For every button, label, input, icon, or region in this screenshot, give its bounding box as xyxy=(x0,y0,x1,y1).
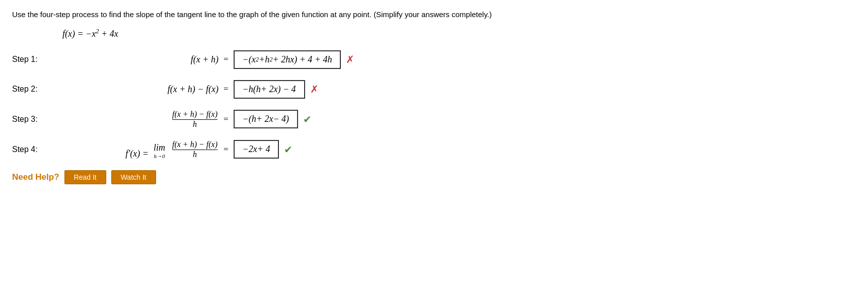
step-3-answer-box: −(h + 2x − 4) xyxy=(234,110,298,128)
step-1-label: Step 1: xyxy=(12,55,57,64)
read-it-button[interactable]: Read It xyxy=(64,170,106,184)
limit-symbol: lim h→0 xyxy=(154,142,165,159)
step-4-row: Step 4: f′(x) = lim h→0 f(x + h) − f(x) … xyxy=(12,140,856,159)
watch-it-button[interactable]: Watch It xyxy=(111,170,156,184)
step-1-status-icon: ✗ xyxy=(346,53,354,65)
step-2-status-icon: ✗ xyxy=(310,83,319,95)
step-4-answer-box: −2x + 4 xyxy=(234,140,279,159)
step-4-status-icon: ✔ xyxy=(284,143,293,156)
step-3-row: Step 3: f(x + h) − f(x) h = −(h + 2x − 4… xyxy=(12,110,856,129)
step-2-equals: = xyxy=(224,84,229,94)
step-2-row: Step 2: f(x + h) − f(x) = −h(h + 2x) − 4… xyxy=(12,80,856,99)
step-4-label: Step 4: xyxy=(12,145,57,154)
step-3-lhs: f(x + h) − f(x) h xyxy=(57,110,219,129)
step-1-lhs: f(x + h) xyxy=(57,54,219,65)
step-2-answer-box: −h(h + 2x) − 4 xyxy=(234,80,305,99)
step-1-equals: = xyxy=(224,54,229,64)
step-1-row: Step 1: f(x + h) = −(x2 + h2 + 2hx) + 4 … xyxy=(12,50,856,69)
instructions: Use the four-step process to find the sl… xyxy=(12,9,856,21)
step-3-status-icon: ✔ xyxy=(303,113,312,125)
need-help-label: Need Help? xyxy=(12,172,59,182)
step-2-label: Step 2: xyxy=(12,85,57,94)
step-4-lhs: f′(x) = lim h→0 f(x + h) − f(x) h xyxy=(57,140,219,159)
function-definition: f(x) = −x2 + 4x xyxy=(62,28,856,39)
need-help-section: Need Help? Read It Watch It xyxy=(12,170,856,184)
step-4-equals: = xyxy=(224,145,229,155)
step-2-lhs: f(x + h) − f(x) xyxy=(57,84,219,95)
step-3-equals: = xyxy=(224,114,229,124)
step-1-answer-box: −(x2 + h2 + 2hx) + 4 + 4h xyxy=(234,50,341,69)
step-3-label: Step 3: xyxy=(12,115,57,124)
